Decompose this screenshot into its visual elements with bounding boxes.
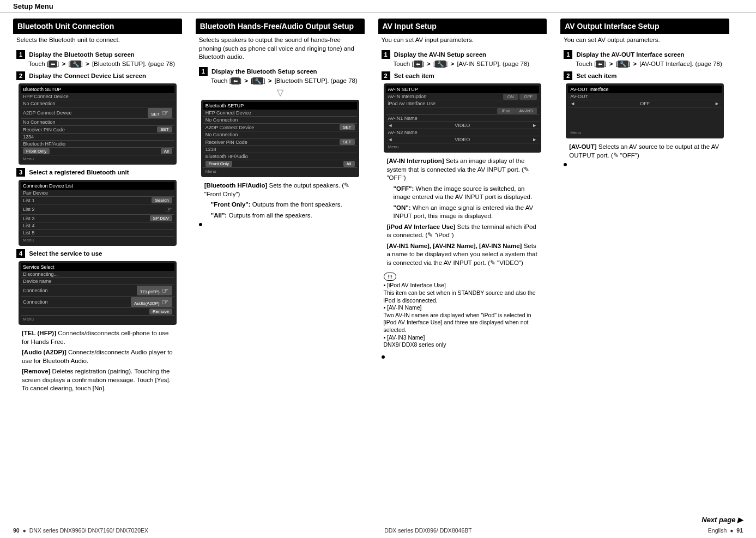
note-block: ⁝⁝⁝ • [iPod AV Interface Use]This item c… bbox=[384, 273, 542, 349]
menu-label[interactable]: Menu bbox=[568, 129, 722, 136]
column-av-input: AV Input Setup You can set AV input para… bbox=[378, 13, 547, 394]
column-bluetooth-hf-audio: Bluetooth Hands-Free/Audio Output Setup … bbox=[196, 13, 365, 394]
step-2: 2 Display the Connect Device List screen bbox=[13, 71, 182, 80]
step-1: 1 Display the Bluetooth Setup screen Tou… bbox=[13, 50, 182, 69]
set-button[interactable]: SET bbox=[148, 108, 172, 118]
page-header: Setup Menu bbox=[0, 0, 756, 13]
step-number: 2 bbox=[382, 71, 390, 80]
menu-label[interactable]: Menu bbox=[21, 237, 174, 244]
step-number: 1 bbox=[16, 50, 25, 59]
back-icon: ⬅ bbox=[49, 61, 57, 68]
next-page-link[interactable]: Next page ▶ bbox=[701, 516, 743, 524]
step-number: 3 bbox=[16, 168, 25, 177]
step-body: Touch [⬅] > [🔧] > [AV-OUT Interface]. (p… bbox=[564, 59, 726, 69]
step-title: Set each item bbox=[394, 72, 434, 79]
bullet-icon bbox=[382, 355, 385, 359]
step-2: 2 Set each item bbox=[378, 71, 547, 80]
tel-hfp-button[interactable]: TEL(HFP) bbox=[137, 286, 172, 295]
tool-icon: 🔧 bbox=[70, 61, 81, 68]
remove-button[interactable]: Remove bbox=[149, 309, 172, 315]
audio-a2dp-definition: [Audio (A2DP)] Connects/disconnects Audi… bbox=[13, 347, 182, 366]
page-number-left: 90 bbox=[13, 527, 20, 534]
off-button[interactable]: OFF bbox=[519, 94, 537, 100]
step-1: 1 Display the AV-OUT Interface screen To… bbox=[560, 50, 729, 69]
tel-hfp-definition: [TEL (HFP)] Connects/disconnects cell-ph… bbox=[13, 328, 182, 347]
tool-icon: 🔧 bbox=[435, 61, 446, 68]
bullet-icon bbox=[564, 163, 567, 166]
bluetooth-hf-audio-definition: [Bluetooth HF/Audio] Sets the output spe… bbox=[196, 180, 365, 200]
step-title: Display the Bluetooth Setup screen bbox=[211, 68, 317, 75]
step-number: 4 bbox=[16, 249, 25, 258]
preset-icon: ✎ bbox=[524, 166, 529, 173]
bluetooth-setup-screenshot: Bluetooth SETUP HFP Connect Device No Co… bbox=[201, 100, 359, 177]
all-definition: "All": Outputs from all the speakers. bbox=[196, 210, 365, 221]
tool-icon: 🔧 bbox=[252, 77, 263, 85]
connection-device-list-screenshot: Connection Device List Pair Device List … bbox=[19, 180, 177, 246]
step-body: Touch [⬅] > [🔧] > [AV-IN SETUP]. (page 7… bbox=[382, 59, 544, 69]
step-title: Display the AV-OUT Interface screen bbox=[576, 51, 684, 58]
av-in-name-definition: [AV-IN1 Name], [AV-IN2 Name], [AV-IN3 Na… bbox=[378, 241, 547, 269]
audio-a2dp-button[interactable]: Audio(A2DP) bbox=[131, 297, 172, 307]
set-button[interactable]: SET bbox=[340, 124, 355, 130]
screenshot-title: AV-IN SETUP bbox=[386, 86, 540, 93]
bullet-icon bbox=[199, 223, 202, 226]
set-button[interactable]: SET bbox=[340, 139, 355, 145]
step-body: Touch [⬅] > [🔧] > [Bluetooth SETUP]. (pa… bbox=[199, 76, 361, 86]
menu-label[interactable]: Menu bbox=[21, 155, 174, 162]
step-1: 1 Display the AV-IN Setup screen Touch [… bbox=[378, 50, 547, 69]
front-only-definition: "Front Only": Outputs from the front spe… bbox=[196, 200, 365, 210]
back-icon: ⬅ bbox=[231, 77, 240, 85]
remove-definition: [Remove] Deletes registration (pairing).… bbox=[13, 366, 182, 394]
screenshot-title: AV-OUT Interface bbox=[568, 86, 722, 93]
preset-icon: ✎ bbox=[613, 152, 619, 159]
bluetooth-setup-screenshot: Bluetooth SETUP HFP Connect Device No Co… bbox=[19, 83, 177, 165]
section-title: AV Output Interface Setup bbox=[560, 19, 729, 34]
off-definition: "OFF": When the image source is switched… bbox=[378, 184, 547, 203]
menu-label[interactable]: Menu bbox=[386, 143, 540, 150]
all-button[interactable]: All bbox=[343, 161, 355, 167]
intro-text: You can set AV output parameters. bbox=[560, 34, 729, 47]
menu-label[interactable]: Menu bbox=[203, 168, 357, 175]
step-number: 2 bbox=[16, 71, 25, 80]
preset-icon: ✎ bbox=[427, 232, 433, 238]
search-button[interactable]: Search bbox=[152, 197, 172, 203]
intro-text: Selects speakers to output the sound of … bbox=[196, 34, 365, 64]
step-number: 1 bbox=[564, 50, 572, 59]
back-icon: ⬅ bbox=[596, 61, 604, 68]
section-title: AV Input Setup bbox=[378, 19, 547, 34]
screenshot-title: Bluetooth SETUP bbox=[21, 86, 174, 93]
set-button[interactable]: SET bbox=[157, 126, 172, 132]
note-icon: ⁝⁝⁝ bbox=[384, 273, 396, 281]
screenshot-title: Connection Device List bbox=[21, 182, 174, 190]
on-definition: "ON": When an image signal is entered vi… bbox=[378, 203, 547, 222]
step-number: 1 bbox=[382, 50, 390, 59]
step-3: 3 Select a registered Bluetooth unit bbox=[13, 168, 182, 177]
spdev-button[interactable]: SP DEV bbox=[150, 215, 172, 221]
page-number-right: 91 bbox=[736, 527, 743, 534]
column-bluetooth-connection: Bluetooth Unit Connection Selects the Bl… bbox=[13, 13, 182, 394]
language-label: English bbox=[708, 527, 727, 534]
ipod-av-interface-definition: [iPod AV Interface Use] Sets the termina… bbox=[378, 222, 547, 241]
step-body: Touch [⬅] > [🔧] > [Bluetooth SETUP]. (pa… bbox=[16, 59, 179, 69]
column-av-output: AV Output Interface Setup You can set AV… bbox=[560, 13, 729, 394]
on-button[interactable]: ON bbox=[503, 94, 518, 100]
avin3-button[interactable]: AV-IN3 bbox=[515, 108, 537, 114]
av-in-setup-screenshot: AV-IN SETUP AV-IN InterruptionON OFF iPo… bbox=[384, 83, 542, 153]
step-title: Display the AV-IN Setup screen bbox=[394, 51, 486, 58]
screenshot-title: Bluetooth SETUP bbox=[203, 102, 357, 110]
all-button[interactable]: All bbox=[161, 148, 172, 154]
step-title: Select the service to use bbox=[29, 250, 102, 257]
screenshot-title: Service Select bbox=[21, 263, 174, 271]
section-title: Bluetooth Hands-Free/Audio Output Setup bbox=[196, 19, 365, 34]
tool-icon: 🔧 bbox=[618, 61, 628, 68]
footer: 90 ● DNX series DNX9960/ DNX7160/ DNX702… bbox=[0, 527, 756, 534]
av-out-interface-screenshot: AV-OUT Interface AV-OUT ◄OFF► Menu bbox=[566, 83, 724, 138]
step-number: 1 bbox=[199, 67, 208, 76]
dnx-models: DNX series DNX9960/ DNX7160/ DNX7020EX bbox=[29, 527, 148, 534]
ddx-models: DDX series DDX896/ DDX8046BT bbox=[384, 527, 471, 534]
step-title: Display the Connect Device List screen bbox=[29, 72, 146, 79]
preset-icon: ✎ bbox=[344, 182, 349, 189]
menu-label[interactable]: Menu bbox=[21, 316, 174, 323]
ipod-button[interactable]: iPod bbox=[497, 108, 515, 114]
av-out-definition: [AV-OUT] Selects an AV source to be outp… bbox=[560, 142, 729, 161]
